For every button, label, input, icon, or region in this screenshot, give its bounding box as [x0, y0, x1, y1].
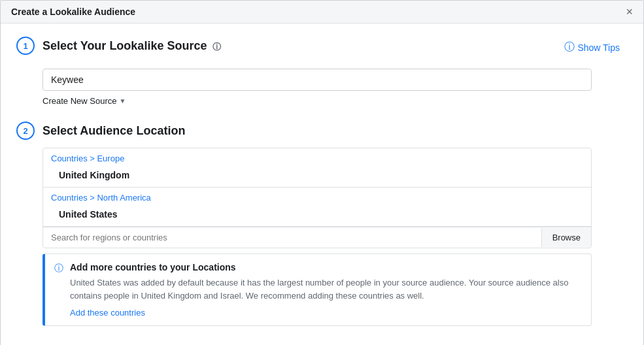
country-uk: United Kingdom: [43, 166, 591, 187]
step2-title-row: 2 Select Audience Location: [16, 122, 628, 140]
lookalike-source-input[interactable]: [42, 69, 592, 91]
location-group-europe: Countries > Europe United Kingdom: [43, 148, 591, 188]
browse-button[interactable]: Browse: [541, 228, 591, 247]
country-us: United States: [43, 205, 591, 226]
step2-circle: 2: [16, 122, 35, 140]
show-tips-label: Show Tips: [577, 42, 620, 53]
location-box: Countries > Europe United Kingdom Countr…: [42, 148, 592, 248]
step2-section: 2 Select Audience Location Countries > E…: [16, 122, 628, 326]
create-new-source-arrow-icon: ▼: [119, 97, 126, 105]
info-banner-text: United States was added by default becau…: [70, 276, 582, 302]
step1-title: Select Your Lookalike Source ⓘ: [42, 39, 221, 53]
step1-title-row: 1 Select Your Lookalike Source ⓘ: [16, 37, 221, 55]
info-banner: ⓘ Add more countries to your Locations U…: [42, 254, 592, 326]
show-tips-button[interactable]: ⓘ Show Tips: [556, 37, 628, 58]
step1-info-icon: ⓘ: [212, 42, 221, 52]
step1-section: 1 Select Your Lookalike Source ⓘ ⓘ Show …: [16, 37, 628, 106]
info-banner-title: Add more countries to your Locations: [70, 262, 582, 272]
modal-body: 1 Select Your Lookalike Source ⓘ ⓘ Show …: [1, 24, 643, 345]
info-banner-content: Add more countries to your Locations Uni…: [70, 262, 582, 318]
modal-title: Create a Lookalike Audience: [11, 7, 135, 17]
show-tips-chevron-icon: ⓘ: [564, 41, 575, 54]
create-new-source-dropdown[interactable]: Create New Source ▼: [42, 96, 628, 106]
close-icon[interactable]: ×: [626, 6, 633, 18]
create-new-source-label: Create New Source: [42, 96, 116, 106]
add-countries-link[interactable]: Add these countries: [70, 308, 145, 318]
location-section-content: Countries > Europe United Kingdom Countr…: [16, 148, 628, 326]
search-row: Browse: [43, 227, 591, 248]
modal-header: Create a Lookalike Audience ×: [1, 1, 643, 24]
region-search-input[interactable]: [43, 227, 541, 248]
step2-title: Select Audience Location: [42, 124, 185, 138]
location-group-north-america: Countries > North America United States: [43, 188, 591, 227]
region-north-america-link[interactable]: Countries > North America: [43, 188, 591, 205]
info-banner-icon: ⓘ: [54, 263, 63, 274]
create-lookalike-modal: Create a Lookalike Audience × 1 Select Y…: [0, 0, 644, 345]
region-europe-link[interactable]: Countries > Europe: [43, 148, 591, 166]
step1-circle: 1: [16, 37, 35, 55]
step1-header: 1 Select Your Lookalike Source ⓘ ⓘ Show …: [16, 37, 628, 58]
